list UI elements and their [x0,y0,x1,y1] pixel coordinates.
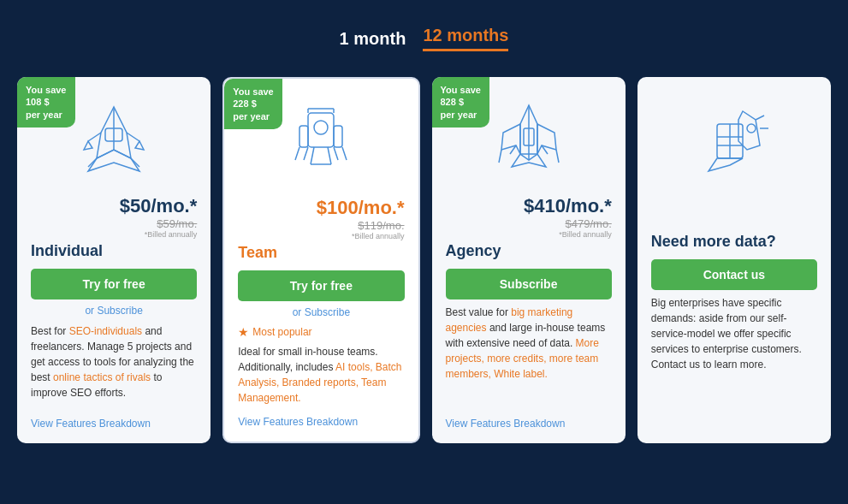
plan-enterprise: Need more data? Contact us Big enterpris… [637,77,831,443]
view-features-agency[interactable]: View Features Breakdown [446,418,612,430]
svg-marker-39 [709,158,743,171]
subscribe-button-agency[interactable]: Subscribe [446,269,612,299]
svg-line-18 [304,147,308,160]
plan-individual: You save108 $per year $50/mo.* [17,77,211,443]
view-features-individual[interactable]: View Features Breakdown [31,418,197,430]
svg-marker-27 [537,124,556,154]
description-individual: Best for SEO-individuals and freelancers… [31,323,197,407]
svg-line-15 [328,147,331,164]
svg-line-20 [342,147,347,160]
plan-image-enterprise [651,94,817,188]
plan-team: You save228 $per year [222,77,419,443]
plan-agency: You save828 $per year $410/mo.* [432,77,626,443]
svg-point-13 [314,121,328,134]
billed-annually-team: *Billed annually [238,232,404,240]
price-original-individual: $59/mo. [31,217,197,230]
svg-point-40 [747,124,756,133]
price-section-team: $100/mo.* $119/mo. *Billed annually [238,197,404,240]
billed-annually-agency: *Billed annually [446,230,612,239]
billed-annually-individual: *Billed annually [31,230,197,239]
price-current-individual: $50/mo.* [31,195,197,217]
view-features-team[interactable]: View Features Breakdown [238,416,404,428]
price-current-team: $100/mo.* [238,197,404,219]
or-subscribe-team[interactable]: or Subscribe [238,306,404,318]
billing-toggle: 1 month 12 months [340,26,509,51]
plan-name-team: Team [238,244,404,262]
description-enterprise: Big enterprises have specific demands: a… [651,295,817,430]
price-original-agency: $479/mo. [446,217,612,230]
svg-line-5 [127,133,139,141]
price-section-individual: $50/mo.* $59/mo. *Billed annually [31,195,197,239]
plan-name-individual: Individual [31,242,197,260]
billing-1month[interactable]: 1 month [340,29,406,49]
savings-badge-agency: You save828 $per year [432,77,490,127]
svg-line-31 [556,150,559,163]
most-popular-badge: ★ Most popular [238,325,404,339]
description-agency: Best value for big marketing agencies an… [446,305,612,407]
svg-marker-6 [84,141,92,150]
svg-line-19 [334,147,338,160]
svg-line-41 [756,116,764,120]
plan-name-enterprise: Need more data? [651,233,817,251]
description-team: Ideal for small in-house teams. Addition… [238,344,404,406]
svg-marker-2 [88,150,139,171]
price-section-agency: $410/mo.* $479/mo. *Billed annually [446,195,612,239]
svg-line-30 [499,150,501,163]
svg-line-4 [88,133,101,141]
svg-marker-34 [738,111,760,150]
svg-line-14 [311,147,314,164]
contact-us-button[interactable]: Contact us [651,259,817,290]
price-original-team: $119/mo. [238,219,404,232]
plan-name-agency: Agency [446,242,612,260]
svg-line-17 [295,147,299,160]
billing-12months[interactable]: 12 months [423,26,508,51]
pricing-cards: You save108 $per year $50/mo.* [17,77,831,443]
svg-rect-12 [334,126,342,147]
savings-badge-team: You save228 $per year [224,79,282,129]
savings-badge-individual: You save108 $per year [17,77,75,127]
try-free-button-individual[interactable]: Try for free [31,269,197,299]
svg-marker-7 [135,141,144,150]
svg-rect-11 [299,126,308,147]
price-current-agency: $410/mo.* [446,195,612,217]
svg-marker-26 [501,124,520,154]
try-free-button-team[interactable]: Try for free [238,270,404,301]
or-subscribe-individual[interactable]: or Subscribe [31,305,197,317]
svg-rect-10 [308,113,334,147]
